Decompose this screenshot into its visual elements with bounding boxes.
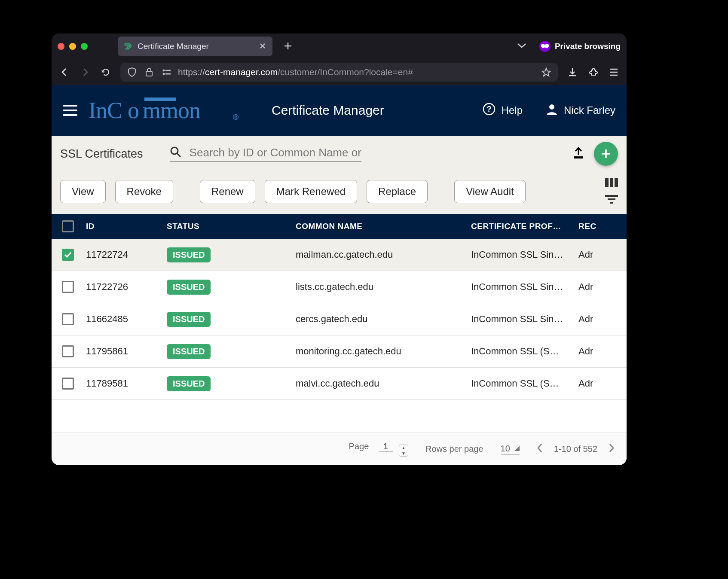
page-stepper[interactable]: ▲▼ bbox=[399, 445, 408, 457]
cell-profile: InCommon SSL (S… bbox=[471, 346, 578, 357]
mark-renewed-button[interactable]: Mark Renewed bbox=[265, 180, 357, 203]
tab-title: Certificate Manager bbox=[138, 42, 254, 51]
row-checkbox[interactable] bbox=[62, 313, 74, 325]
table-row[interactable]: 11789581ISSUEDmalvi.cc.gatech.eduInCommo… bbox=[52, 368, 627, 400]
svg-text:mmon: mmon bbox=[143, 98, 201, 123]
user-icon bbox=[546, 103, 558, 118]
lock-icon[interactable] bbox=[144, 67, 155, 78]
prev-page-button[interactable] bbox=[537, 443, 543, 455]
shield-icon[interactable] bbox=[126, 67, 138, 78]
svg-text:o: o bbox=[128, 98, 139, 123]
maximize-window-button[interactable] bbox=[81, 43, 88, 50]
svg-text:InC: InC bbox=[89, 98, 122, 123]
pagination-bar: Page ▲▼ Rows per page 10 1-10 of 552 bbox=[52, 433, 627, 465]
view-button[interactable]: View bbox=[60, 180, 106, 203]
url-text: https://cert-manager.com/customer/InComm… bbox=[178, 67, 535, 77]
minimize-window-button[interactable] bbox=[69, 43, 76, 50]
app-title: Certificate Manager bbox=[272, 103, 384, 118]
column-cert-profile[interactable]: CERTIFICATE PROF… bbox=[471, 222, 578, 231]
bookmark-star-icon[interactable] bbox=[541, 67, 552, 78]
incommon-logo: InC o mmon ® bbox=[89, 97, 243, 124]
status-badge: ISSUED bbox=[167, 280, 211, 295]
cell-rec: Adr bbox=[578, 378, 617, 389]
nav-menu-button[interactable] bbox=[63, 105, 77, 116]
action-bar: View Revoke Renew Mark Renewed Replace V… bbox=[52, 172, 627, 214]
rows-per-page-value: 10 bbox=[501, 444, 510, 454]
page-subtitle: SSL Certificates bbox=[60, 147, 143, 161]
add-certificate-button[interactable] bbox=[594, 142, 618, 166]
close-window-button[interactable] bbox=[58, 43, 64, 50]
svg-rect-4 bbox=[165, 73, 171, 75]
svg-rect-0 bbox=[146, 71, 152, 76]
svg-rect-17 bbox=[615, 178, 618, 187]
help-link[interactable]: ? Help bbox=[483, 103, 523, 118]
search-input[interactable] bbox=[190, 146, 362, 159]
column-common-name[interactable]: COMMON NAME bbox=[296, 222, 471, 231]
search-field[interactable] bbox=[170, 146, 362, 162]
upload-button[interactable] bbox=[572, 146, 584, 161]
table-row[interactable]: 11722724ISSUEDmailman.cc.gatech.eduInCom… bbox=[52, 239, 627, 271]
browser-tab-strip: Certificate Manager Private browsing bbox=[52, 34, 627, 59]
cell-rec: Adr bbox=[578, 346, 617, 357]
renew-button[interactable]: Renew bbox=[200, 180, 255, 203]
back-button[interactable] bbox=[58, 66, 70, 78]
cell-id: 11795861 bbox=[84, 346, 167, 357]
app-menu-button[interactable] bbox=[608, 66, 620, 78]
status-badge: ISSUED bbox=[167, 376, 211, 391]
rows-per-page-label: Rows per page bbox=[425, 444, 483, 454]
cell-common-name: malvi.cc.gatech.edu bbox=[296, 378, 471, 389]
browser-window: Certificate Manager Private browsing bbox=[52, 34, 627, 465]
app-viewport: InC o mmon ® Certificate Manager ? Help … bbox=[52, 85, 627, 465]
cell-status: ISSUED bbox=[167, 280, 296, 295]
column-id[interactable]: ID bbox=[84, 222, 167, 231]
tabs-dropdown-button[interactable] bbox=[508, 43, 535, 50]
status-badge: ISSUED bbox=[167, 344, 211, 359]
cell-status: ISSUED bbox=[167, 344, 296, 359]
browser-toolbar: https://cert-manager.com/customer/InComm… bbox=[52, 59, 627, 85]
permissions-icon[interactable] bbox=[161, 67, 172, 78]
status-badge: ISSUED bbox=[167, 247, 211, 262]
user-menu[interactable]: Nick Farley bbox=[546, 103, 615, 118]
cell-profile: InCommon SSL Sin… bbox=[471, 281, 578, 293]
svg-rect-19 bbox=[608, 198, 615, 200]
cell-rec: Adr bbox=[578, 281, 617, 293]
revoke-button[interactable]: Revoke bbox=[115, 180, 173, 203]
window-controls bbox=[58, 43, 113, 50]
forward-button[interactable] bbox=[79, 66, 91, 78]
table-row[interactable]: 11795861ISSUEDmonitoring.cc.gatech.eduIn… bbox=[52, 335, 627, 368]
row-checkbox[interactable] bbox=[62, 281, 74, 293]
columns-icon[interactable] bbox=[605, 178, 618, 189]
svg-rect-20 bbox=[610, 202, 613, 204]
browser-tab[interactable]: Certificate Manager bbox=[118, 37, 272, 56]
table-header: ID STATUS COMMON NAME CERTIFICATE PROF… … bbox=[52, 214, 627, 239]
cell-id: 11662485 bbox=[84, 314, 167, 325]
address-bar[interactable]: https://cert-manager.com/customer/InComm… bbox=[120, 63, 558, 82]
row-checkbox[interactable] bbox=[62, 378, 74, 390]
row-checkbox[interactable] bbox=[62, 345, 74, 357]
row-checkbox[interactable] bbox=[62, 249, 74, 261]
page-range-label: 1-10 of 552 bbox=[554, 444, 597, 454]
column-status[interactable]: STATUS bbox=[167, 222, 296, 231]
reload-button[interactable] bbox=[100, 66, 112, 78]
svg-rect-15 bbox=[605, 178, 609, 187]
page-input[interactable] bbox=[379, 442, 393, 452]
dropdown-triangle-icon bbox=[514, 446, 520, 451]
next-page-button[interactable] bbox=[609, 443, 615, 455]
cell-common-name: cercs.gatech.edu bbox=[296, 314, 471, 325]
table-row[interactable]: 11722726ISSUEDlists.cc.gatech.eduInCommo… bbox=[52, 271, 627, 303]
search-icon bbox=[170, 146, 182, 160]
filter-icon[interactable] bbox=[605, 195, 618, 205]
cell-id: 11722724 bbox=[84, 249, 167, 260]
new-tab-button[interactable] bbox=[277, 40, 299, 53]
table-row[interactable]: 11662485ISSUEDcercs.gatech.eduInCommon S… bbox=[52, 303, 627, 335]
extensions-button[interactable] bbox=[587, 66, 599, 78]
select-all-checkbox[interactable] bbox=[62, 220, 74, 232]
tab-close-button[interactable] bbox=[259, 42, 266, 51]
cell-common-name: monitoring.cc.gatech.edu bbox=[296, 346, 471, 357]
view-audit-button[interactable]: View Audit bbox=[454, 180, 526, 203]
column-rec[interactable]: REC bbox=[578, 222, 617, 231]
cell-common-name: lists.cc.gatech.edu bbox=[296, 281, 471, 293]
replace-button[interactable]: Replace bbox=[367, 180, 428, 203]
downloads-button[interactable] bbox=[566, 66, 578, 78]
rows-per-page-select[interactable]: 10 bbox=[501, 444, 520, 455]
